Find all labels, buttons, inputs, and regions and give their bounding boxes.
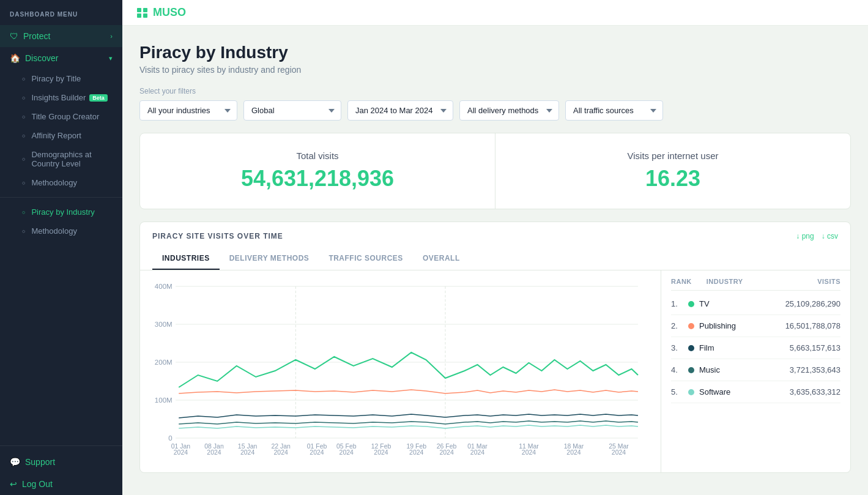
svg-text:2024: 2024 (174, 449, 188, 456)
download-csv-button[interactable]: ↓ csv (822, 232, 838, 240)
legend-item-publishing: 2. Publishing 16,501,788,078 (671, 315, 840, 337)
industry-filter[interactable]: All your industries (139, 100, 237, 121)
traffic-filter[interactable]: All traffic sources (565, 100, 663, 121)
sidebar-discover-label: Discover (25, 53, 58, 63)
filters-row: All your industries Global Jan 2024 to M… (139, 100, 851, 121)
sidebar: DASHBOARD MENU 🛡 Protect › 🏠 Discover ▾ … (0, 0, 122, 495)
tab-industries[interactable]: INDUSTRIES (152, 248, 220, 270)
support-icon: 💬 (10, 457, 20, 467)
svg-text:2024: 2024 (470, 449, 485, 456)
chart-header: PIRACY SITE VISITS OVER TIME ↓ png ↓ csv (140, 222, 850, 240)
svg-text:400M: 400M (155, 283, 172, 290)
date-range-filter[interactable]: Jan 2024 to Mar 2024 (347, 100, 453, 121)
per-user-label: Visits per internet user (510, 151, 836, 161)
tab-traffic-sources[interactable]: TRAFFIC SOURCES (319, 248, 413, 270)
sidebar-item-piracy-by-title[interactable]: Piracy by Title (0, 69, 122, 88)
sidebar-item-methodology-discover[interactable]: Methodology (0, 173, 122, 192)
sidebar-logout[interactable]: ↩ Log Out (0, 473, 122, 495)
page-content: Piracy by Industry Visits to piracy site… (122, 26, 868, 495)
legend-name-tv: TV (699, 299, 785, 308)
sidebar-bottom: 💬 Support ↩ Log Out (0, 441, 122, 495)
logo-text: MUSO (153, 6, 186, 19)
sidebar-item-piracy-by-industry[interactable]: Piracy by Industry (0, 203, 122, 221)
legend-dot-film (688, 345, 694, 351)
legend-name-music: Music (699, 365, 790, 374)
sidebar-item-insights-builder[interactable]: Insights Builder Beta (0, 88, 122, 107)
insights-builder-label: Insights Builder (31, 93, 86, 102)
sidebar-item-demographics[interactable]: Demographics at Country Level (0, 145, 122, 173)
legend-rank-4: 4. (671, 365, 688, 374)
sidebar-item-title-group-creator[interactable]: Title Group Creator (0, 107, 122, 126)
svg-text:2024: 2024 (439, 449, 454, 456)
protect-arrow: › (110, 32, 113, 40)
svg-text:2024: 2024 (612, 449, 626, 456)
svg-text:300M: 300M (155, 321, 172, 328)
page-subtitle: Visits to piracy sites by industry and r… (139, 65, 851, 75)
region-filter[interactable]: Global (243, 100, 341, 121)
legend-visits-header: Visits (817, 278, 840, 285)
tab-overall[interactable]: OVERALL (413, 248, 470, 270)
svg-text:2024: 2024 (274, 449, 289, 456)
title-group-creator-label: Title Group Creator (31, 112, 99, 121)
svg-text:2024: 2024 (310, 449, 324, 456)
protect-icon: 🛡 (10, 31, 18, 41)
per-user-value: 16.23 (510, 166, 836, 192)
legend-item-music: 4. Music 3,721,353,643 (671, 359, 840, 381)
sidebar-protect-label: Protect (23, 31, 50, 41)
chart-legend: Rank Industry Visits 1. TV 25,109,286,29… (661, 270, 850, 472)
svg-text:2024: 2024 (522, 449, 536, 456)
legend-dot-publishing (688, 323, 694, 329)
affinity-report-label: Affinity Report (31, 131, 81, 140)
legend-name-software: Software (699, 387, 790, 396)
chart-svg: 400M 300M 200M 100M 0 (150, 280, 651, 464)
sidebar-item-methodology-industry[interactable]: Methodology (0, 221, 122, 240)
filters-label: Select your filters (139, 87, 851, 95)
sidebar-item-protect[interactable]: 🛡 Protect › (0, 25, 122, 47)
legend-rank-header: Rank (671, 278, 692, 285)
chart-actions: ↓ png ↓ csv (796, 232, 838, 240)
svg-text:2024: 2024 (207, 449, 221, 456)
svg-text:200M: 200M (155, 359, 172, 366)
svg-text:0: 0 (168, 434, 172, 442)
legend-visits-film: 5,663,157,613 (790, 343, 840, 352)
sidebar-support[interactable]: 💬 Support (0, 451, 122, 473)
legend-item-software: 5. Software 3,635,633,312 (671, 381, 840, 403)
demographics-label: Demographics at Country Level (31, 150, 113, 168)
total-visits-value: 54,631,218,936 (155, 166, 480, 192)
legend-header: Rank Industry Visits (671, 278, 840, 291)
svg-text:2024: 2024 (374, 449, 388, 456)
legend-dot-music (688, 367, 694, 373)
tab-delivery-methods[interactable]: DELIVERY METHODS (220, 248, 319, 270)
logo-grid-icon (137, 8, 148, 18)
chart-tabs: INDUSTRIES DELIVERY METHODS TRAFFIC SOUR… (140, 248, 850, 270)
chart-body: 400M 300M 200M 100M 0 (140, 270, 850, 472)
chart-section: PIRACY SITE VISITS OVER TIME ↓ png ↓ csv… (139, 221, 851, 473)
top-bar: MUSO (122, 0, 868, 26)
sidebar-item-discover[interactable]: 🏠 Discover ▾ (0, 47, 122, 69)
svg-text:2024: 2024 (409, 449, 424, 456)
discover-arrow: ▾ (109, 54, 113, 62)
logout-icon: ↩ (10, 479, 17, 489)
methodology-discover-label: Methodology (31, 178, 76, 187)
legend-rank-2: 2. (671, 321, 688, 330)
page-title: Piracy by Industry (139, 43, 851, 62)
legend-item-tv: 1. TV 25,109,286,290 (671, 293, 840, 315)
piracy-by-title-label: Piracy by Title (31, 74, 81, 83)
sidebar-item-affinity-report[interactable]: Affinity Report (0, 126, 122, 145)
legend-rank-3: 3. (671, 343, 688, 352)
beta-badge: Beta (89, 94, 108, 102)
support-label: Support (25, 457, 55, 467)
legend-visits-publishing: 16,501,788,078 (785, 321, 840, 330)
logo: MUSO (137, 6, 186, 19)
delivery-filter[interactable]: All delivery methods (459, 100, 559, 121)
legend-rank-1: 1. (671, 299, 688, 308)
discover-icon: 🏠 (10, 53, 20, 63)
legend-visits-software: 3,635,633,312 (790, 387, 840, 396)
legend-name-film: Film (699, 343, 790, 352)
legend-name-publishing: Publishing (699, 321, 785, 330)
main-content: MUSO Piracy by Industry Visits to piracy… (122, 0, 868, 495)
logout-label: Log Out (22, 479, 53, 489)
download-png-button[interactable]: ↓ png (796, 232, 814, 240)
methodology-industry-label: Methodology (31, 226, 76, 236)
total-visits-card: Total visits 54,631,218,936 (140, 133, 495, 209)
